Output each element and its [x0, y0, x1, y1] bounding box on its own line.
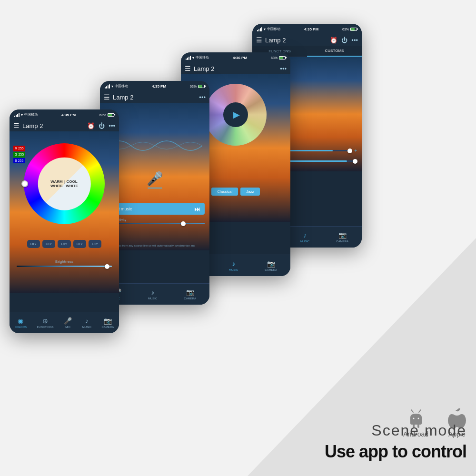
phone4-music-label: MUSIC	[300, 240, 309, 243]
svg-line-3	[419, 410, 421, 412]
phone2-select-music[interactable]: select music ⏭	[105, 203, 205, 215]
phone4-title-icons: ⏰ ⏻ •••	[330, 37, 358, 44]
phone2-more-icon[interactable]: •••	[199, 94, 206, 101]
phone2-battery-icon	[198, 85, 205, 88]
signal-bar-3	[108, 85, 109, 89]
svg-point-5	[417, 418, 419, 419]
phone3-camera-label: CAMERA	[265, 268, 277, 271]
phone2-sensitivity-track[interactable]	[105, 223, 205, 224]
phone1-title-icons: ⏰ ⏻ •••	[87, 122, 115, 129]
phone1-divider: |	[64, 179, 65, 188]
phone4-nav-music[interactable]: ♪ MUSIC	[300, 231, 309, 243]
phone3-music-label: MUSIC	[229, 268, 238, 271]
phone2-nav-camera[interactable]: 📷 CAMERA	[184, 288, 196, 300]
phone2-music-nav-icon: ♪	[151, 288, 154, 296]
phone1-nav-music[interactable]: ♪ MUSIC	[82, 317, 91, 328]
phone1-nav-colors[interactable]: ◉ COLORS	[15, 317, 27, 328]
phone2-menu-icon: ☰	[104, 93, 110, 101]
phone1-title-bar: ☰ Lamp 2 ⏰ ⏻ •••	[10, 120, 119, 131]
phone2-battery-pct: 63%	[190, 85, 197, 88]
phone1-brightness: Brightness	[17, 259, 112, 267]
phone1-alarm-icon[interactable]: ⏰	[87, 122, 95, 129]
phone1-diy-1[interactable]: DIY	[27, 240, 40, 248]
signal-bar-4	[190, 56, 191, 60]
phone3-play-icon: ▶	[233, 109, 240, 120]
phone2-sensitivity-label: one Sensitivity	[105, 218, 205, 221]
phone1-power-icon[interactable]: ⏻	[99, 122, 105, 129]
phone2-nav-music[interactable]: ♪ MUSIC	[148, 288, 157, 300]
phone3-cd-inner[interactable]: ▶	[223, 102, 248, 127]
phone2-status-right: 63%	[190, 85, 205, 88]
phone1-diy-4[interactable]: DIY	[73, 240, 86, 248]
phone3-nav-music[interactable]: ♪ MUSIC	[229, 260, 238, 271]
phone1-functions-icon: ⊕	[42, 317, 48, 325]
phone3-jazz-btn[interactable]: Jazz	[240, 188, 259, 196]
signal-bar-4	[261, 27, 262, 31]
phone4-battery-icon	[350, 28, 357, 31]
phone4-music-icon: ♪	[303, 231, 307, 239]
signal-bar-3	[17, 114, 18, 117]
phone1-diy-3[interactable]: DIY	[58, 240, 70, 248]
phone1-time: 4:35 PM	[61, 113, 76, 117]
signal-bar-2	[16, 115, 17, 117]
phone3-nav-camera[interactable]: 📷 CAMERA	[265, 260, 277, 271]
phone4-title-left: ☰ Lamp 2	[256, 36, 286, 44]
signal-bar-4	[19, 113, 20, 117]
phone4-alarm-icon[interactable]: ⏰	[330, 37, 337, 44]
phone1-color-wheel[interactable]: WARMWHITE | COOLWHITE	[24, 143, 105, 224]
phone1-status-right: 63%	[99, 113, 114, 117]
phone4-power-icon[interactable]: ⏻	[341, 37, 347, 44]
phone1-nav-functions[interactable]: ⊕ FUNCTIONS	[37, 317, 54, 328]
phone4-more-icon[interactable]: •••	[351, 37, 358, 44]
phone1-body: R 255 G 255 B 255 WARMWHITE | COOLWHITE	[10, 131, 119, 293]
phone3-more-icon[interactable]: •••	[280, 65, 287, 72]
phone1-more-icon[interactable]: •••	[109, 122, 115, 129]
phone1-diy-5[interactable]: DIY	[89, 240, 101, 248]
phone3-cd-container: ▶	[205, 84, 267, 146]
phone2-wifi-icon: ▾	[111, 84, 113, 89]
phone1-nav-mic[interactable]: 🎤 MIC	[64, 317, 72, 328]
phone1-title-left: ☰ Lamp 2	[13, 122, 43, 129]
phone3-music-icon: ♪	[232, 260, 235, 268]
phone4-camera-label: CAMERA	[336, 240, 348, 243]
phone1-battery-fill	[108, 114, 112, 116]
signal-bar-1	[186, 59, 187, 60]
phone2-music-nav-label: MUSIC	[148, 297, 157, 300]
phone4-menu-icon: ☰	[256, 36, 262, 44]
phone1-nav-camera[interactable]: 📷 CAMERA	[102, 317, 114, 328]
phone4-status-bar: ▾ 中国移动 4:35 PM 63%	[257, 27, 357, 31]
phone2-play-btn[interactable]: ⏭	[194, 205, 201, 213]
phone4-wifi-icon: ▾	[264, 27, 266, 31]
phone1-status-bar: ▾ 中国移动 4:35 PM 63%	[14, 112, 114, 117]
phone2-mic-underline	[148, 188, 162, 188]
phone1-color-wheel-inner[interactable]: WARMWHITE | COOLWHITE	[38, 158, 91, 210]
phone2-time: 4:35 PM	[152, 84, 166, 89]
svg-line-2	[411, 410, 413, 412]
phone3-title-bar: ☰ Lamp 2 •••	[181, 63, 290, 74]
phone1-camera-icon: 📷	[104, 317, 112, 325]
phone1-brightness-track[interactable]	[17, 266, 112, 267]
phone1-brightness-label: Brightness	[17, 259, 112, 264]
phone3-classical-btn[interactable]: Classical	[211, 188, 238, 196]
signal-bar-3	[188, 57, 189, 60]
phone2-title-left: ☰ Lamp 2	[104, 93, 133, 101]
phone3-status-right: 63%	[271, 56, 286, 60]
phone1-diy-2[interactable]: DIY	[42, 240, 55, 248]
phone2-status-bar: ▾ 中国移动 4:35 PM 63%	[105, 84, 205, 89]
signal-bar-1	[14, 116, 15, 117]
phone1-header: ▾ 中国移动 4:35 PM 63%	[10, 109, 119, 120]
wave-svg	[107, 134, 202, 158]
phone2-battery-fill	[198, 85, 202, 88]
phone4-nav-camera[interactable]: 📷 CAMERA	[336, 231, 348, 243]
phone4-header: ▾ 中国移动 4:35 PM 63%	[252, 24, 362, 34]
phone1-warm-cool: WARMWHITE | COOLWHITE	[50, 179, 78, 188]
phone4-plus-1: +	[354, 148, 357, 153]
phone3-header: ▾ 中国移动 4:36 PM 63%	[181, 52, 290, 63]
phone3-battery-pct: 63%	[271, 56, 278, 60]
scene-mode-text: Scene mode	[214, 422, 466, 439]
phone2-status-left: ▾ 中国移动	[105, 84, 128, 89]
phone2-select-music-text: select music	[109, 207, 194, 211]
phone2-mic-area: 🎤	[147, 171, 163, 188]
phone4-customs-tab[interactable]: CUSTOMS	[307, 46, 362, 57]
signal-bar-3	[260, 28, 261, 31]
